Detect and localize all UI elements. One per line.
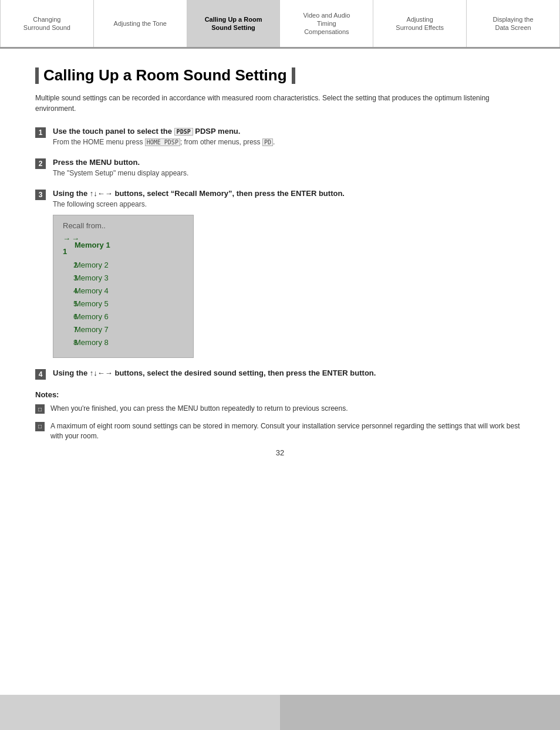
recall-item-8-num: 8: [63, 336, 75, 349]
page-title-text: Calling Up a Room Sound Setting: [43, 66, 287, 85]
step-2-desc: The "System Setup" menu display appears.: [53, 168, 525, 178]
steps-container: 1 Use the touch panel to select the PDSP…: [35, 127, 525, 380]
recall-item-8-label: Memory 8: [75, 336, 109, 349]
footer-left: [0, 695, 280, 730]
tab-label: Changing Surround Sound: [23, 15, 70, 32]
note-item-2: □ A maximum of eight room sound settings…: [35, 421, 525, 442]
tab-calling-up-room[interactable]: Calling Up a Room Sound Setting: [187, 0, 281, 47]
step-3-title: Using the ↑↓←→ buttons, select “Recall M…: [53, 189, 525, 198]
tab-label: Calling Up a Room Sound Setting: [205, 15, 262, 32]
recall-item-1-label: Memory 1: [75, 239, 110, 252]
step-1: 1 Use the touch panel to select the PDSP…: [35, 127, 525, 147]
recall-item-4-label: Memory 4: [75, 285, 109, 298]
recall-item-1-num: → 1: [63, 232, 75, 258]
tab-video-audio-timing[interactable]: Video and Audio Timing Compensations: [280, 0, 373, 47]
step-2-title: Press the MENU button.: [53, 158, 525, 167]
note-item-1: □ When you're finished, you can press th…: [35, 404, 525, 414]
note-text-1: When you're finished, you can press the …: [50, 404, 348, 414]
tab-label: Adjusting the Tone: [114, 19, 167, 28]
tab-label: Video and Audio Timing Compensations: [303, 11, 350, 36]
tab-displaying-data[interactable]: Displaying the Data Screen: [467, 0, 560, 47]
recall-box-title: Recall from..: [63, 221, 184, 230]
footer-bar: [0, 695, 560, 730]
navigation-tabs: Changing Surround Sound Adjusting the To…: [0, 0, 560, 49]
step-1-desc: From the HOME menu press HOME PDSP; from…: [53, 137, 525, 147]
step-4-content: Using the ↑↓←→ buttons, select the desir…: [53, 369, 525, 379]
main-content: Calling Up a Room Sound Setting Multiple…: [0, 49, 560, 469]
recall-item-3-label: Memory 3: [75, 272, 109, 285]
note-icon-1: □: [35, 404, 45, 414]
footer-right: [280, 695, 560, 730]
title-bar-left: [35, 67, 39, 84]
recall-item-4: 4 Memory 4: [63, 285, 184, 298]
note-icon-2: □: [35, 422, 45, 431]
recall-item-5: 5 Memory 5: [63, 298, 184, 310]
recall-item-5-label: Memory 5: [75, 298, 109, 310]
recall-item-7-label: Memory 7: [75, 323, 109, 336]
intro-text: Multiple sound settings can be recorded …: [35, 93, 525, 114]
recall-item-3: 3 Memory 3: [63, 272, 184, 285]
step-4: 4 Using the ↑↓←→ buttons, select the des…: [35, 369, 525, 380]
recall-items-list: → 1 Memory 1 2 Memory 2 3 Memory 3 4: [63, 232, 184, 349]
recall-item-2-label: Memory 2: [75, 259, 109, 272]
recall-item-8: 8 Memory 8: [63, 336, 184, 349]
recall-item-6-label: Memory 6: [75, 310, 109, 323]
title-bar-right: [292, 67, 295, 84]
tab-label: Adjusting Surround Effects: [396, 15, 444, 32]
step-2: 2 Press the MENU button. The "System Set…: [35, 158, 525, 178]
recall-item-7: 7 Memory 7: [63, 323, 184, 336]
step-2-number: 2: [35, 158, 46, 169]
recall-item-7-num: 7: [63, 323, 75, 336]
step-3-content: Using the ↑↓←→ buttons, select “Recall M…: [53, 189, 525, 359]
recall-item-6-num: 6: [63, 310, 75, 323]
recall-item-2-num: 2: [63, 259, 75, 272]
recall-item-3-num: 3: [63, 272, 75, 285]
recall-item-1: → 1 Memory 1: [63, 232, 184, 258]
step-2-content: Press the MENU button. The "System Setup…: [53, 158, 525, 178]
step-1-content: Use the touch panel to select the PDSP P…: [53, 127, 525, 147]
step-3: 3 Using the ↑↓←→ buttons, select “Recall…: [35, 189, 525, 359]
tab-label: Displaying the Data Screen: [493, 15, 534, 32]
recall-item-2: 2 Memory 2: [63, 259, 184, 272]
tab-adjusting-tone[interactable]: Adjusting the Tone: [94, 0, 187, 47]
page-number: 32: [35, 448, 525, 457]
step-1-number: 1: [35, 127, 46, 138]
recall-item-6: 6 Memory 6: [63, 310, 184, 323]
recall-item-5-num: 5: [63, 298, 75, 310]
recall-box: Recall from.. → 1 Memory 1 2 Memory 2 3: [53, 215, 194, 358]
tab-adjusting-surround[interactable]: Adjusting Surround Effects: [373, 0, 467, 47]
recall-item-4-num: 4: [63, 285, 75, 298]
notes-title: Notes:: [35, 390, 525, 399]
notes-section: Notes: □ When you're finished, you can p…: [35, 390, 525, 441]
step-3-desc: The following screen appears.: [53, 200, 525, 209]
step-1-title: Use the touch panel to select the PDSP P…: [53, 127, 525, 136]
step-4-title: Using the ↑↓←→ buttons, select the desir…: [53, 369, 525, 377]
page-title: Calling Up a Room Sound Setting: [35, 66, 525, 85]
step-3-number: 3: [35, 190, 46, 200]
note-text-2: A maximum of eight room sound settings c…: [50, 421, 525, 442]
tab-changing-surround[interactable]: Changing Surround Sound: [0, 0, 94, 47]
step-4-number: 4: [35, 369, 46, 380]
